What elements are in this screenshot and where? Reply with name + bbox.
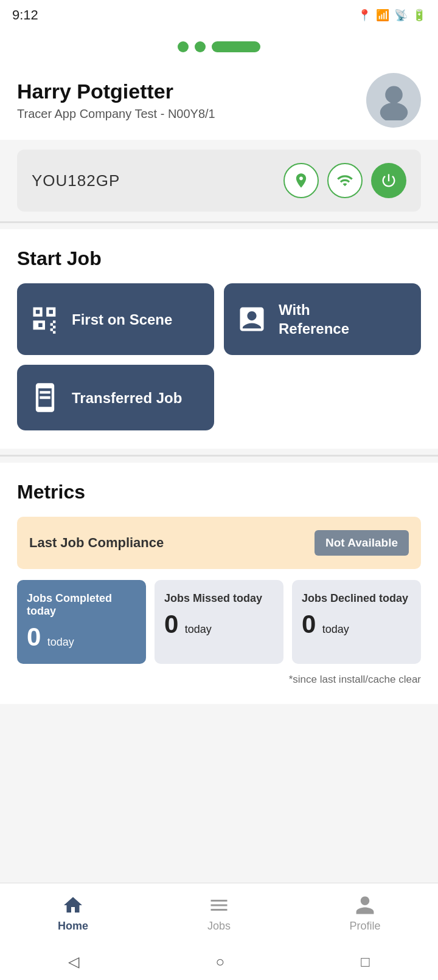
jobs-missed-title: Jobs Missed today bbox=[164, 592, 274, 605]
jobs-completed-card: Jobs Completed today 0 today bbox=[17, 580, 146, 664]
jobs-missed-sub: today bbox=[185, 623, 212, 635]
avatar bbox=[366, 73, 421, 128]
start-job-title: Start Job bbox=[17, 247, 421, 270]
location-pin-icon bbox=[293, 172, 310, 189]
transferred-job-label: Transferred Job bbox=[72, 388, 182, 407]
divider-2 bbox=[0, 455, 438, 457]
jobs-declined-sub: today bbox=[322, 623, 349, 635]
status-time: 9:12 bbox=[12, 7, 38, 23]
qr-code-icon bbox=[29, 303, 61, 335]
status-icons: 📍 📶 📡 🔋 bbox=[358, 9, 426, 22]
job-row-1: First on Scene WithReference bbox=[17, 283, 421, 355]
nav-jobs-label: Jobs bbox=[207, 920, 231, 933]
metrics-title: Metrics bbox=[17, 481, 421, 503]
power-btn[interactable] bbox=[371, 163, 406, 198]
progress-bar bbox=[212, 41, 260, 52]
job-row-2: Transferred Job bbox=[17, 365, 421, 430]
jobs-completed-sub: today bbox=[47, 636, 74, 648]
jobs-missed-value: 0 bbox=[164, 610, 178, 638]
bottom-nav: Home Jobs Profile bbox=[0, 883, 438, 944]
transferred-icon bbox=[29, 382, 61, 413]
battery-icon: 🔋 bbox=[412, 9, 426, 22]
jobs-missed-card: Jobs Missed today 0 today bbox=[155, 580, 283, 664]
back-btn[interactable]: ◁ bbox=[68, 953, 79, 970]
cache-note: *since last install/cache clear bbox=[17, 674, 421, 686]
progress-dot-1 bbox=[178, 41, 189, 52]
compliance-badge: Not Available bbox=[315, 530, 409, 556]
progress-dot-2 bbox=[195, 41, 206, 52]
status-bar: 9:12 📍 📶 📡 🔋 bbox=[0, 0, 438, 30]
job-buttons: First on Scene WithReference Transferred… bbox=[17, 283, 421, 430]
profile-company: Tracer App Company Test - N00Y8/1 bbox=[17, 107, 215, 121]
nav-profile-label: Profile bbox=[349, 920, 380, 933]
compliance-label: Last Job Compliance bbox=[29, 535, 164, 551]
svg-point-1 bbox=[380, 102, 408, 120]
jobs-completed-title: Jobs Completed today bbox=[27, 592, 136, 618]
nav-home-label: Home bbox=[58, 920, 88, 933]
power-icon bbox=[380, 172, 397, 189]
transferred-job-button[interactable]: Transferred Job bbox=[17, 365, 214, 430]
id-card: YOU182GP bbox=[17, 150, 421, 212]
location-btn[interactable] bbox=[283, 163, 319, 198]
location-icon: 📍 bbox=[358, 9, 371, 22]
android-nav: ◁ ○ □ bbox=[0, 944, 438, 980]
jobs-completed-value: 0 bbox=[27, 623, 41, 651]
start-job-section: Start Job First on Scene WithReference bbox=[0, 229, 438, 449]
first-on-scene-label: First on Scene bbox=[72, 310, 172, 329]
svg-point-0 bbox=[385, 86, 403, 103]
nav-profile[interactable]: Profile bbox=[292, 894, 438, 933]
jobs-icon bbox=[208, 894, 230, 916]
id-actions bbox=[283, 163, 406, 198]
metric-cards: Jobs Completed today 0 today Jobs Missed… bbox=[17, 580, 421, 664]
wifi-icon: 📶 bbox=[376, 9, 389, 22]
reference-icon bbox=[236, 303, 268, 335]
nav-jobs[interactable]: Jobs bbox=[146, 894, 292, 933]
first-on-scene-button[interactable]: First on Scene bbox=[17, 283, 214, 355]
recent-btn[interactable]: □ bbox=[361, 953, 370, 970]
progress-dots bbox=[0, 30, 438, 58]
home-btn[interactable]: ○ bbox=[215, 953, 224, 970]
with-reference-button[interactable]: WithReference bbox=[224, 283, 421, 355]
signal-btn[interactable] bbox=[327, 163, 363, 198]
divider-1 bbox=[0, 221, 438, 223]
profile-name: Harry Potgietter bbox=[17, 80, 215, 103]
signal-icon: 📡 bbox=[394, 9, 408, 22]
compliance-card: Last Job Compliance Not Available bbox=[17, 517, 421, 569]
nav-home[interactable]: Home bbox=[0, 894, 146, 933]
metrics-section: Metrics Last Job Compliance Not Availabl… bbox=[0, 463, 438, 704]
profile-section: Harry Potgietter Tracer App Company Test… bbox=[0, 58, 438, 140]
jobs-declined-value: 0 bbox=[302, 610, 316, 638]
profile-info: Harry Potgietter Tracer App Company Test… bbox=[17, 80, 215, 121]
jobs-declined-title: Jobs Declined today bbox=[302, 592, 411, 605]
jobs-declined-card: Jobs Declined today 0 today bbox=[292, 580, 421, 664]
with-reference-label: WithReference bbox=[279, 300, 349, 338]
signal-bars-icon bbox=[336, 172, 353, 189]
id-number: YOU182GP bbox=[32, 171, 120, 190]
home-icon bbox=[62, 894, 84, 916]
profile-icon bbox=[354, 894, 376, 916]
